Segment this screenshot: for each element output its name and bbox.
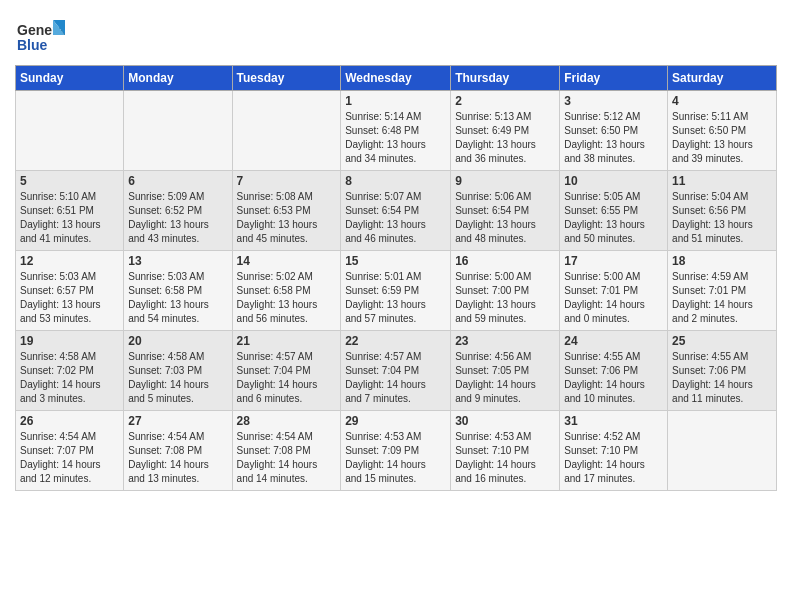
day-info: Sunrise: 4:56 AM Sunset: 7:05 PM Dayligh… xyxy=(455,350,555,406)
day-info: Sunrise: 4:58 AM Sunset: 7:02 PM Dayligh… xyxy=(20,350,119,406)
day-number: 22 xyxy=(345,334,446,348)
day-cell: 2Sunrise: 5:13 AM Sunset: 6:49 PM Daylig… xyxy=(451,91,560,171)
day-cell: 31Sunrise: 4:52 AM Sunset: 7:10 PM Dayli… xyxy=(560,411,668,491)
col-header-sunday: Sunday xyxy=(16,66,124,91)
day-number: 26 xyxy=(20,414,119,428)
day-info: Sunrise: 5:14 AM Sunset: 6:48 PM Dayligh… xyxy=(345,110,446,166)
week-row-1: 5Sunrise: 5:10 AM Sunset: 6:51 PM Daylig… xyxy=(16,171,777,251)
day-number: 2 xyxy=(455,94,555,108)
day-number: 1 xyxy=(345,94,446,108)
day-info: Sunrise: 5:00 AM Sunset: 7:00 PM Dayligh… xyxy=(455,270,555,326)
day-info: Sunrise: 5:07 AM Sunset: 6:54 PM Dayligh… xyxy=(345,190,446,246)
day-info: Sunrise: 5:02 AM Sunset: 6:58 PM Dayligh… xyxy=(237,270,337,326)
week-row-4: 26Sunrise: 4:54 AM Sunset: 7:07 PM Dayli… xyxy=(16,411,777,491)
day-info: Sunrise: 5:00 AM Sunset: 7:01 PM Dayligh… xyxy=(564,270,663,326)
day-number: 21 xyxy=(237,334,337,348)
col-header-saturday: Saturday xyxy=(668,66,777,91)
col-header-wednesday: Wednesday xyxy=(341,66,451,91)
day-info: Sunrise: 5:05 AM Sunset: 6:55 PM Dayligh… xyxy=(564,190,663,246)
day-info: Sunrise: 4:57 AM Sunset: 7:04 PM Dayligh… xyxy=(345,350,446,406)
day-info: Sunrise: 4:53 AM Sunset: 7:09 PM Dayligh… xyxy=(345,430,446,486)
day-cell: 8Sunrise: 5:07 AM Sunset: 6:54 PM Daylig… xyxy=(341,171,451,251)
day-cell xyxy=(16,91,124,171)
day-info: Sunrise: 5:04 AM Sunset: 6:56 PM Dayligh… xyxy=(672,190,772,246)
day-number: 13 xyxy=(128,254,227,268)
day-cell: 13Sunrise: 5:03 AM Sunset: 6:58 PM Dayli… xyxy=(124,251,232,331)
day-cell: 30Sunrise: 4:53 AM Sunset: 7:10 PM Dayli… xyxy=(451,411,560,491)
day-cell: 22Sunrise: 4:57 AM Sunset: 7:04 PM Dayli… xyxy=(341,331,451,411)
day-number: 25 xyxy=(672,334,772,348)
week-row-2: 12Sunrise: 5:03 AM Sunset: 6:57 PM Dayli… xyxy=(16,251,777,331)
day-info: Sunrise: 5:12 AM Sunset: 6:50 PM Dayligh… xyxy=(564,110,663,166)
day-cell: 20Sunrise: 4:58 AM Sunset: 7:03 PM Dayli… xyxy=(124,331,232,411)
day-cell: 26Sunrise: 4:54 AM Sunset: 7:07 PM Dayli… xyxy=(16,411,124,491)
day-info: Sunrise: 4:55 AM Sunset: 7:06 PM Dayligh… xyxy=(564,350,663,406)
day-cell: 28Sunrise: 4:54 AM Sunset: 7:08 PM Dayli… xyxy=(232,411,341,491)
day-cell: 16Sunrise: 5:00 AM Sunset: 7:00 PM Dayli… xyxy=(451,251,560,331)
day-number: 9 xyxy=(455,174,555,188)
day-info: Sunrise: 4:52 AM Sunset: 7:10 PM Dayligh… xyxy=(564,430,663,486)
day-info: Sunrise: 5:10 AM Sunset: 6:51 PM Dayligh… xyxy=(20,190,119,246)
header-row: SundayMondayTuesdayWednesdayThursdayFrid… xyxy=(16,66,777,91)
day-cell: 7Sunrise: 5:08 AM Sunset: 6:53 PM Daylig… xyxy=(232,171,341,251)
day-cell: 23Sunrise: 4:56 AM Sunset: 7:05 PM Dayli… xyxy=(451,331,560,411)
day-cell xyxy=(232,91,341,171)
day-info: Sunrise: 5:01 AM Sunset: 6:59 PM Dayligh… xyxy=(345,270,446,326)
logo: General Blue xyxy=(15,15,65,55)
day-info: Sunrise: 4:54 AM Sunset: 7:08 PM Dayligh… xyxy=(237,430,337,486)
page-header: General Blue xyxy=(15,15,777,55)
day-cell: 19Sunrise: 4:58 AM Sunset: 7:02 PM Dayli… xyxy=(16,331,124,411)
day-number: 8 xyxy=(345,174,446,188)
day-info: Sunrise: 5:13 AM Sunset: 6:49 PM Dayligh… xyxy=(455,110,555,166)
day-number: 20 xyxy=(128,334,227,348)
col-header-friday: Friday xyxy=(560,66,668,91)
col-header-monday: Monday xyxy=(124,66,232,91)
day-cell: 9Sunrise: 5:06 AM Sunset: 6:54 PM Daylig… xyxy=(451,171,560,251)
day-cell: 29Sunrise: 4:53 AM Sunset: 7:09 PM Dayli… xyxy=(341,411,451,491)
day-info: Sunrise: 5:06 AM Sunset: 6:54 PM Dayligh… xyxy=(455,190,555,246)
day-info: Sunrise: 5:03 AM Sunset: 6:57 PM Dayligh… xyxy=(20,270,119,326)
logo-svg: General Blue xyxy=(15,15,65,55)
day-cell: 10Sunrise: 5:05 AM Sunset: 6:55 PM Dayli… xyxy=(560,171,668,251)
day-cell: 5Sunrise: 5:10 AM Sunset: 6:51 PM Daylig… xyxy=(16,171,124,251)
day-cell: 15Sunrise: 5:01 AM Sunset: 6:59 PM Dayli… xyxy=(341,251,451,331)
calendar-table: SundayMondayTuesdayWednesdayThursdayFrid… xyxy=(15,65,777,491)
day-number: 3 xyxy=(564,94,663,108)
day-number: 24 xyxy=(564,334,663,348)
day-number: 30 xyxy=(455,414,555,428)
col-header-thursday: Thursday xyxy=(451,66,560,91)
day-info: Sunrise: 4:54 AM Sunset: 7:08 PM Dayligh… xyxy=(128,430,227,486)
day-number: 7 xyxy=(237,174,337,188)
day-info: Sunrise: 5:09 AM Sunset: 6:52 PM Dayligh… xyxy=(128,190,227,246)
day-info: Sunrise: 5:11 AM Sunset: 6:50 PM Dayligh… xyxy=(672,110,772,166)
day-cell: 1Sunrise: 5:14 AM Sunset: 6:48 PM Daylig… xyxy=(341,91,451,171)
day-number: 15 xyxy=(345,254,446,268)
col-header-tuesday: Tuesday xyxy=(232,66,341,91)
day-cell: 11Sunrise: 5:04 AM Sunset: 6:56 PM Dayli… xyxy=(668,171,777,251)
day-cell xyxy=(668,411,777,491)
day-number: 10 xyxy=(564,174,663,188)
day-number: 11 xyxy=(672,174,772,188)
day-info: Sunrise: 5:03 AM Sunset: 6:58 PM Dayligh… xyxy=(128,270,227,326)
week-row-0: 1Sunrise: 5:14 AM Sunset: 6:48 PM Daylig… xyxy=(16,91,777,171)
day-number: 17 xyxy=(564,254,663,268)
day-number: 5 xyxy=(20,174,119,188)
day-number: 12 xyxy=(20,254,119,268)
week-row-3: 19Sunrise: 4:58 AM Sunset: 7:02 PM Dayli… xyxy=(16,331,777,411)
day-number: 19 xyxy=(20,334,119,348)
day-cell: 27Sunrise: 4:54 AM Sunset: 7:08 PM Dayli… xyxy=(124,411,232,491)
day-cell: 21Sunrise: 4:57 AM Sunset: 7:04 PM Dayli… xyxy=(232,331,341,411)
day-cell: 17Sunrise: 5:00 AM Sunset: 7:01 PM Dayli… xyxy=(560,251,668,331)
day-cell: 3Sunrise: 5:12 AM Sunset: 6:50 PM Daylig… xyxy=(560,91,668,171)
day-info: Sunrise: 4:58 AM Sunset: 7:03 PM Dayligh… xyxy=(128,350,227,406)
day-info: Sunrise: 4:55 AM Sunset: 7:06 PM Dayligh… xyxy=(672,350,772,406)
day-info: Sunrise: 5:08 AM Sunset: 6:53 PM Dayligh… xyxy=(237,190,337,246)
day-cell: 25Sunrise: 4:55 AM Sunset: 7:06 PM Dayli… xyxy=(668,331,777,411)
day-info: Sunrise: 4:59 AM Sunset: 7:01 PM Dayligh… xyxy=(672,270,772,326)
day-number: 28 xyxy=(237,414,337,428)
day-number: 18 xyxy=(672,254,772,268)
day-number: 31 xyxy=(564,414,663,428)
day-cell: 14Sunrise: 5:02 AM Sunset: 6:58 PM Dayli… xyxy=(232,251,341,331)
day-number: 27 xyxy=(128,414,227,428)
day-number: 14 xyxy=(237,254,337,268)
